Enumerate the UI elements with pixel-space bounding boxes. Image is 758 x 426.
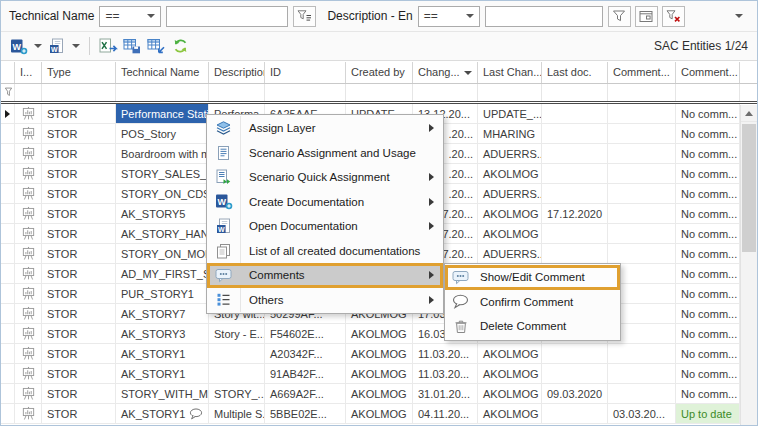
cell-description[interactable]: STORY_... bbox=[209, 384, 265, 403]
row-selector[interactable] bbox=[1, 104, 15, 123]
cell-technical-name[interactable]: AK_STORY7 bbox=[116, 304, 209, 323]
cell-last-doc[interactable] bbox=[542, 364, 608, 383]
cell-technical-name[interactable]: STORY_SALES_R... bbox=[116, 164, 209, 183]
cell-comment-date[interactable] bbox=[608, 124, 676, 143]
filter-cell[interactable] bbox=[346, 84, 413, 101]
cell-type[interactable]: STOR bbox=[42, 264, 116, 283]
cell-last-doc[interactable] bbox=[542, 244, 608, 263]
cell-technical-name[interactable]: AK_STORY1 bbox=[116, 404, 209, 423]
filter-cell[interactable] bbox=[478, 84, 542, 101]
cell-technical-name[interactable]: AK_STORY1 bbox=[116, 344, 209, 363]
export-excel-button[interactable] bbox=[96, 34, 120, 58]
column-header-4[interactable]: ID bbox=[265, 62, 346, 83]
cell-comment-date[interactable] bbox=[608, 184, 676, 203]
cell-comment-status[interactable]: No comm... bbox=[676, 164, 740, 183]
cell-technical-name[interactable]: AK_STORY3 bbox=[116, 324, 209, 343]
table-row[interactable]: STOR AK_STORY1 A20342F... AKOLMOG 11.03.… bbox=[1, 344, 757, 364]
filter-cell[interactable] bbox=[209, 84, 265, 101]
row-selector[interactable] bbox=[1, 224, 15, 243]
cell-id[interactable]: 5BBE02E... bbox=[265, 404, 346, 423]
cell-comment-status[interactable]: Up to date bbox=[676, 404, 740, 423]
cell-comment-status[interactable]: No comm... bbox=[676, 124, 740, 143]
open-documentation-button-dropdown[interactable] bbox=[69, 34, 83, 58]
menu-item-open-documentation[interactable]: W Open Documentation bbox=[207, 214, 443, 239]
filter-assign-button[interactable] bbox=[293, 6, 316, 27]
scroll-thumb[interactable] bbox=[742, 124, 756, 252]
cell-technical-name[interactable]: PUR_STORY1 bbox=[116, 284, 209, 303]
cell-type[interactable]: STOR bbox=[42, 324, 116, 343]
cell-changed[interactable]: 04.11.20... bbox=[413, 404, 478, 423]
cell-comment-status[interactable]: No comm... bbox=[676, 264, 740, 283]
cell-last-changed-by[interactable]: UPDATE_... bbox=[478, 104, 542, 123]
cell-comment-date[interactable] bbox=[608, 204, 676, 223]
description-filter-input[interactable] bbox=[485, 6, 603, 27]
cell-comment-status[interactable]: No comm... bbox=[676, 244, 740, 263]
description-operator-select[interactable]: == bbox=[418, 6, 480, 27]
create-documentation-button[interactable]: W bbox=[7, 34, 31, 58]
cell-comment-status[interactable]: No comm... bbox=[676, 284, 740, 303]
menu-item-create-documentation[interactable]: W Create Documentation bbox=[207, 190, 443, 215]
cell-comment-status[interactable]: No comm... bbox=[676, 104, 740, 123]
row-selector[interactable] bbox=[1, 304, 15, 323]
cell-created-by[interactable]: AKOLMOG bbox=[346, 404, 413, 423]
filter-layout-button[interactable] bbox=[635, 6, 658, 27]
column-header-5[interactable]: Created by bbox=[346, 62, 413, 83]
cell-comment-status[interactable]: No comm... bbox=[676, 364, 740, 383]
create-documentation-button-dropdown[interactable] bbox=[31, 34, 45, 58]
cell-type[interactable]: STOR bbox=[42, 184, 116, 203]
cell-last-changed-by[interactable]: AKOLMOG bbox=[478, 164, 542, 183]
cell-changed[interactable]: 31.01.20... bbox=[413, 384, 478, 403]
cell-last-changed-by[interactable]: AKOLMOG bbox=[478, 224, 542, 243]
row-selector[interactable] bbox=[1, 144, 15, 163]
table-row[interactable]: STOR AK_STORY3 Story - E... F54602E... A… bbox=[1, 324, 757, 344]
load-grid-button[interactable] bbox=[144, 34, 168, 58]
row-selector[interactable] bbox=[1, 124, 15, 143]
cell-type[interactable]: STOR bbox=[42, 364, 116, 383]
cell-last-changed-by[interactable]: AKOLMOG bbox=[478, 204, 542, 223]
filter-cell[interactable] bbox=[542, 84, 608, 101]
cell-created-by[interactable]: AKOLMOG bbox=[346, 324, 413, 343]
cell-last-changed-by[interactable]: MHARING bbox=[478, 124, 542, 143]
column-header-6[interactable]: Chang... bbox=[413, 62, 478, 83]
column-header-9[interactable]: Comment... bbox=[608, 62, 676, 83]
filter-cell[interactable] bbox=[676, 84, 740, 101]
cell-last-doc[interactable]: 17.12.2020 bbox=[542, 204, 608, 223]
vertical-scrollbar[interactable] bbox=[740, 105, 757, 425]
cell-changed[interactable]: 11.03.20... bbox=[413, 344, 478, 363]
cell-last-doc[interactable] bbox=[542, 164, 608, 183]
table-row[interactable]: STOR AK_STORY1 91AB42F... AKOLMOG 11.03.… bbox=[1, 364, 757, 384]
cell-comment-status[interactable]: No comm... bbox=[676, 224, 740, 243]
cell-last-changed-by[interactable]: AKOLMOG bbox=[478, 364, 542, 383]
cell-technical-name[interactable]: AK_STORY_HANA... bbox=[116, 224, 209, 243]
row-selector[interactable] bbox=[1, 384, 15, 403]
column-header-1[interactable]: Type bbox=[42, 62, 116, 83]
cell-technical-name[interactable]: STORY_ON_CDS bbox=[116, 184, 209, 203]
cell-type[interactable]: STOR bbox=[42, 384, 116, 403]
submenu-item-show-edit-comment[interactable]: Show/Edit Comment bbox=[445, 265, 620, 290]
scroll-up-button[interactable] bbox=[741, 105, 757, 122]
cell-comment-date[interactable] bbox=[608, 144, 676, 163]
cell-last-changed-by[interactable]: ADUERRS... bbox=[478, 184, 542, 203]
menu-item-assign-layer[interactable]: Assign Layer bbox=[207, 116, 443, 141]
cell-last-doc[interactable] bbox=[542, 124, 608, 143]
filter-cell[interactable] bbox=[1, 84, 15, 101]
cell-created-by[interactable]: AKOLMOG bbox=[346, 364, 413, 383]
cell-description[interactable]: Story - E... bbox=[209, 324, 265, 343]
menu-item-list-of-all-created-documentations[interactable]: List of all created documentations bbox=[207, 239, 443, 264]
technical-name-filter-input[interactable] bbox=[166, 6, 288, 27]
cell-created-by[interactable]: AKOLMOG bbox=[346, 384, 413, 403]
cell-type[interactable]: STOR bbox=[42, 164, 116, 183]
cell-id[interactable]: F54602E... bbox=[265, 324, 346, 343]
row-selector[interactable] bbox=[1, 364, 15, 383]
cell-last-changed-by[interactable]: ADUERRS... bbox=[478, 244, 542, 263]
cell-changed[interactable]: 11.03.20... bbox=[413, 364, 478, 383]
filterbar-options-button[interactable] bbox=[729, 14, 749, 18]
filter-cell[interactable] bbox=[608, 84, 676, 101]
filter-cell[interactable] bbox=[15, 84, 42, 101]
column-header-0[interactable]: I... bbox=[15, 62, 42, 83]
cell-comment-status[interactable]: No comm... bbox=[676, 184, 740, 203]
row-selector[interactable] bbox=[1, 404, 15, 423]
row-selector[interactable] bbox=[1, 284, 15, 303]
row-selector[interactable] bbox=[1, 184, 15, 203]
cell-last-doc[interactable] bbox=[542, 344, 608, 363]
